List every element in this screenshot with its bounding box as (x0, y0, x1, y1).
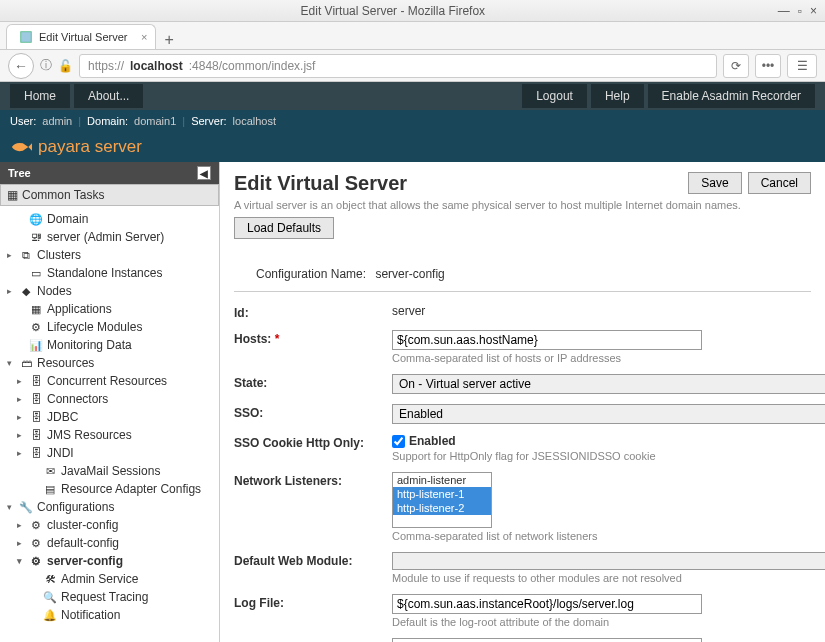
tree-node[interactable]: 🔍Request Tracing (0, 588, 219, 606)
back-button[interactable]: ← (8, 53, 34, 79)
state-select[interactable]: On - Virtual server active (392, 374, 825, 394)
tree-node[interactable]: ▸🗄JDBC (0, 408, 219, 426)
tree-node[interactable]: ▸🗄JNDI (0, 444, 219, 462)
expand-icon[interactable]: ▸ (14, 376, 25, 387)
tree-node[interactable]: 🛠Admin Service (0, 570, 219, 588)
tree-node[interactable]: 🖳server (Admin Server) (0, 228, 219, 246)
save-button[interactable]: Save (688, 172, 741, 194)
tree-node[interactable]: 🌐Domain (0, 210, 219, 228)
close-tab-icon[interactable]: × (141, 31, 147, 43)
hosts-input[interactable] (392, 330, 702, 350)
insecure-lock-icon[interactable]: 🔓 (58, 59, 73, 73)
url-input[interactable]: https://localhost:4848/common/index.jsf (79, 54, 717, 78)
expand-icon[interactable]: ▾ (4, 358, 15, 369)
expand-icon[interactable]: ▸ (4, 286, 15, 297)
reload-button[interactable]: ⟳ (723, 54, 749, 78)
network-listeners-list[interactable]: admin-listener http-listener-1 http-list… (392, 472, 492, 528)
tree-node[interactable]: ▤Resource Adapter Configs (0, 480, 219, 498)
tree-node[interactable]: ▸🗄Connectors (0, 390, 219, 408)
common-tasks[interactable]: ▦ Common Tasks (0, 184, 219, 206)
more-button[interactable]: ••• (755, 54, 781, 78)
about-button[interactable]: About... (74, 84, 143, 108)
docroot-input[interactable] (392, 638, 702, 642)
cluster-icon: ⧉ (18, 248, 34, 262)
expand-icon[interactable]: ▸ (4, 250, 15, 261)
res-icon: 🗃 (18, 356, 34, 370)
expand-icon[interactable]: ▸ (14, 520, 25, 531)
tree-node[interactable]: ▾🔧Configurations (0, 498, 219, 516)
browser-tab[interactable]: Edit Virtual Server × (6, 24, 156, 49)
tree-node[interactable]: ▸◆Nodes (0, 282, 219, 300)
expand-icon[interactable] (28, 610, 39, 621)
tree-node[interactable]: ▸⚙default-config (0, 534, 219, 552)
expand-icon[interactable]: ▸ (14, 448, 25, 459)
expand-icon[interactable] (14, 340, 25, 351)
tree-node[interactable]: ▭Standalone Instances (0, 264, 219, 282)
cancel-button[interactable]: Cancel (748, 172, 811, 194)
tree-node[interactable]: 🔔Notification (0, 606, 219, 624)
window-title: Edit Virtual Server - Mozilla Firefox (8, 4, 778, 18)
sidebar: Tree ◀ ▦ Common Tasks 🌐Domain🖳server (Ad… (0, 162, 220, 642)
logout-button[interactable]: Logout (522, 84, 587, 108)
url-host: localhost (130, 59, 183, 73)
home-button[interactable]: Home (10, 84, 70, 108)
sso-label: SSO: (234, 404, 384, 424)
recorder-button[interactable]: Enable Asadmin Recorder (648, 84, 815, 108)
logfile-input[interactable] (392, 594, 702, 614)
expand-icon[interactable]: ▸ (14, 412, 25, 423)
default-web-module-select[interactable] (392, 552, 825, 570)
tree-node[interactable]: 📊Monitoring Data (0, 336, 219, 354)
lc-icon: ⚙ (28, 320, 44, 334)
list-item[interactable]: http-listener-2 (393, 501, 491, 515)
tree-node-label: Configurations (37, 500, 114, 514)
id-label: Id: (234, 304, 384, 320)
db-icon: 🗄 (28, 374, 44, 388)
adm-icon: 🛠 (42, 572, 58, 586)
load-defaults-button[interactable]: Load Defaults (234, 217, 334, 239)
close-window-icon[interactable]: × (810, 4, 817, 18)
tree-node-label: JMS Resources (47, 428, 132, 442)
tree-node-label: Request Tracing (61, 590, 148, 604)
list-item[interactable]: admin-listener (393, 473, 491, 487)
new-tab-icon[interactable]: + (164, 31, 173, 49)
expand-icon[interactable] (14, 322, 25, 333)
tree-node-label: default-config (47, 536, 119, 550)
sso-httponly-checkbox[interactable] (392, 435, 405, 448)
expand-icon[interactable]: ▾ (14, 556, 25, 567)
tree-node[interactable]: ▦Applications (0, 300, 219, 318)
tree-node[interactable]: ▾🗃Resources (0, 354, 219, 372)
expand-icon[interactable]: ▸ (14, 394, 25, 405)
hamburger-menu-icon[interactable]: ☰ (787, 54, 817, 78)
list-item[interactable]: http-listener-1 (393, 487, 491, 501)
expand-icon[interactable] (28, 466, 39, 477)
tree-node[interactable]: ▸⧉Clusters (0, 246, 219, 264)
expand-icon[interactable] (14, 232, 25, 243)
expand-icon[interactable] (28, 574, 39, 585)
minimize-icon[interactable]: — (778, 4, 790, 18)
db-icon: 🗄 (28, 428, 44, 442)
expand-icon[interactable] (28, 592, 39, 603)
sso-select[interactable]: Enabled (392, 404, 825, 424)
domain-label: Domain: (87, 115, 128, 127)
expand-icon[interactable]: ▸ (14, 538, 25, 549)
expand-icon[interactable] (14, 214, 25, 225)
expand-icon[interactable] (28, 484, 39, 495)
help-button[interactable]: Help (591, 84, 644, 108)
tree-node[interactable]: ▸⚙cluster-config (0, 516, 219, 534)
collapse-tree-icon[interactable]: ◀ (197, 166, 211, 180)
expand-icon[interactable]: ▾ (4, 502, 15, 513)
tree-node[interactable]: ▸🗄Concurrent Resources (0, 372, 219, 390)
expand-icon[interactable] (14, 268, 25, 279)
maximize-icon[interactable]: ▫ (798, 4, 802, 18)
tree-node[interactable]: ✉JavaMail Sessions (0, 462, 219, 480)
user-label: User: (10, 115, 36, 127)
info-icon[interactable]: ⓘ (40, 57, 52, 74)
expand-icon[interactable] (14, 304, 25, 315)
tree-node[interactable]: ▾⚙server-config (0, 552, 219, 570)
tree-node[interactable]: ⚙Lifecycle Modules (0, 318, 219, 336)
docroot-label: Docroot: (234, 638, 384, 642)
expand-icon[interactable]: ▸ (14, 430, 25, 441)
tree-node-label: JNDI (47, 446, 74, 460)
config-name-label: Configuration Name: (256, 267, 366, 281)
tree-node[interactable]: ▸🗄JMS Resources (0, 426, 219, 444)
